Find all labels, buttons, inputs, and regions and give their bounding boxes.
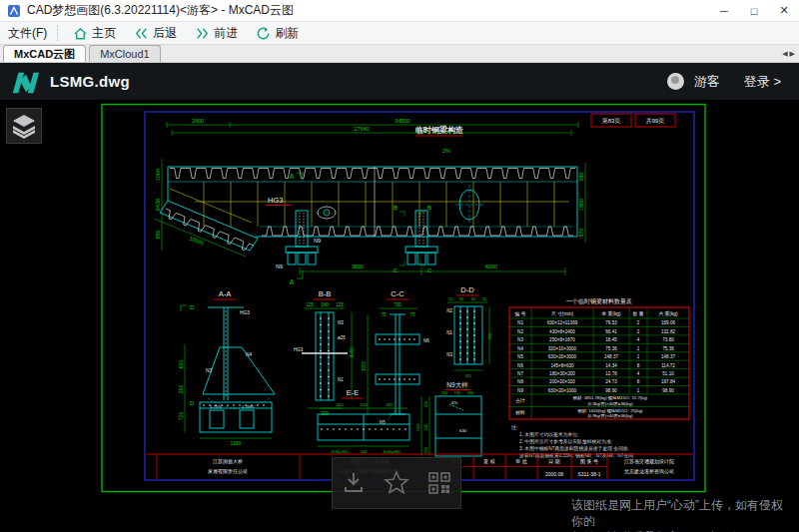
svg-text:125: 125 xyxy=(306,302,314,307)
table-cell: 尺 寸(mm) xyxy=(551,311,574,316)
copyright-disclaimer: 该图纸是网上用户“心动”上传，如有侵权你的 权益，请联系我们客服及时删除。 xyxy=(571,497,793,532)
table-cell: 159.06 xyxy=(661,320,675,325)
table-cell: 2 xyxy=(637,320,640,325)
forward-button[interactable]: 前进 xyxy=(186,22,247,44)
corrugation-path xyxy=(170,169,575,179)
svg-text:420: 420 xyxy=(336,402,344,407)
favorite-star-icon[interactable] xyxy=(383,469,410,497)
cad-drawing-canvas[interactable]: 第83页 共99页 临时钢梁构造 2400 34500 27640 2% xyxy=(100,103,707,494)
svg-text:B: B xyxy=(394,205,398,211)
table-cell: 材料 xyxy=(514,410,525,416)
file-menu[interactable]: 文件(F) xyxy=(0,22,57,44)
mxcad-logo-icon xyxy=(10,67,40,97)
svg-text:N3: N3 xyxy=(206,368,212,373)
svg-text:C-C: C-C xyxy=(391,289,404,298)
table-cell: 630×20×3000 xyxy=(548,354,577,359)
menu-separator xyxy=(57,25,58,41)
table-cell: 编 号 xyxy=(515,311,526,316)
svg-text:75: 75 xyxy=(409,312,415,317)
svg-text:590: 590 xyxy=(578,172,584,181)
table-cell: 75.36 xyxy=(605,346,617,351)
svg-text:125: 125 xyxy=(336,302,344,307)
svg-text:A: A xyxy=(290,173,295,180)
svg-text:200: 200 xyxy=(361,450,367,454)
table-cell: 430×8×2400 xyxy=(549,329,575,334)
table-cell: 51.10 xyxy=(662,371,674,376)
svg-text:10500: 10500 xyxy=(189,235,205,246)
svg-text:发展有限责任公司: 发展有限责任公司 xyxy=(208,468,248,474)
svg-text:250: 250 xyxy=(423,446,428,453)
layers-icon xyxy=(11,113,37,139)
svg-text:250: 250 xyxy=(178,385,184,394)
user-label: 游客 xyxy=(694,73,720,91)
material-table: 一个临时钢梁材料数量表 编 号尺 寸(mm)单 重(kg)数 量共 重(kg)N… xyxy=(509,297,689,419)
maximize-button[interactable]: □ xyxy=(739,0,769,22)
svg-text:ø25: ø25 xyxy=(338,335,346,340)
section-a-a: A-A D D HG3 N4 N3 xyxy=(178,289,275,446)
table-cell: 4 xyxy=(637,337,640,342)
svg-text:N2: N2 xyxy=(446,308,452,313)
svg-text:900: 900 xyxy=(487,332,492,339)
tab-scroll-left-icon[interactable]: ◀ xyxy=(782,50,787,58)
table-cell: 73.80 xyxy=(662,337,674,342)
home-icon xyxy=(73,26,88,41)
svg-text:4×90=360: 4×90=360 xyxy=(331,450,348,454)
svg-text:图 集 号: 图 集 号 xyxy=(580,458,598,465)
section-c-c: C-C 700 75 75 1000 N6 xyxy=(362,289,429,425)
window-title: CAD梦想画图(6.3.20221114)<游客> - MxCAD云图 xyxy=(27,2,294,19)
svg-text:321: 321 xyxy=(465,373,472,378)
svg-text:D-D: D-D xyxy=(460,285,474,294)
table-cell: 630×12×11369 xyxy=(547,320,578,325)
tab-scroll-right-icon[interactable]: ▶ xyxy=(790,50,795,58)
svg-text:1100: 1100 xyxy=(231,440,242,446)
note-lines: 1. 本图尺寸均以毫米为单位;2. 中图所示尺寸参考及以实际放样校对为准;3. … xyxy=(518,431,634,459)
refresh-label: 刷新 xyxy=(275,25,299,42)
corrugation-path xyxy=(166,209,254,251)
svg-text:江苏省交通规划设计院: 江苏省交通规划设计院 xyxy=(624,458,674,465)
tab-mxcad-cloud[interactable]: MxCAD云图 xyxy=(3,45,86,62)
table-cell: 114.72 xyxy=(661,363,675,368)
drawing-title: 临时钢梁构造 xyxy=(415,125,463,135)
download-icon[interactable] xyxy=(341,470,367,496)
svg-text:190: 190 xyxy=(454,390,461,395)
svg-text:100: 100 xyxy=(360,402,368,407)
back-button[interactable]: 后退 xyxy=(125,22,186,44)
table-cell: 1 xyxy=(637,388,640,393)
beam-label: HG3 xyxy=(268,196,283,205)
login-link[interactable]: 登录 > xyxy=(744,73,781,91)
svg-text:N9: N9 xyxy=(314,238,321,244)
layers-button[interactable] xyxy=(6,108,42,144)
bolt-columns xyxy=(320,317,330,397)
page-badge-total: 共99页 xyxy=(646,118,665,124)
material-table-title: 一个临时钢梁材料数量表 xyxy=(566,297,632,305)
tab-bar: MxCAD云图 MxCloud1 ◀ ▶ xyxy=(0,45,799,63)
table-cell: 8 xyxy=(637,379,640,384)
svg-text:190: 190 xyxy=(467,390,474,395)
table-cell: 148.37 xyxy=(604,354,618,359)
table-cell: 14.34 xyxy=(605,363,617,368)
minimize-button[interactable]: ─ xyxy=(709,0,739,22)
bolt-grid xyxy=(459,310,475,360)
svg-text:D: D xyxy=(190,304,195,310)
back-icon xyxy=(134,26,149,41)
table-cell: N5 xyxy=(517,354,523,359)
table-cell: 24.73 xyxy=(605,379,617,384)
svg-text:N4: N4 xyxy=(246,352,252,357)
table-cell: N8 xyxy=(517,379,523,384)
svg-text:75: 75 xyxy=(381,312,387,317)
disclaimer-line-1: 该图纸是网上用户“心动”上传，如有侵权你的 xyxy=(571,497,793,529)
svg-text:1000: 1000 xyxy=(415,422,420,432)
table-cell: N2 xyxy=(517,329,523,334)
tab-mxcloud1[interactable]: MxCloud1 xyxy=(89,45,161,62)
table-cell: 98.90 xyxy=(662,388,674,393)
close-button[interactable]: ✕ xyxy=(769,0,799,22)
svg-text:55: 55 xyxy=(482,296,487,301)
svg-text:630: 630 xyxy=(459,428,467,433)
avatar[interactable] xyxy=(667,73,684,90)
refresh-button[interactable]: 刷新 xyxy=(247,22,308,44)
table-cell: N1 xyxy=(517,320,523,325)
qrcode-icon[interactable] xyxy=(426,470,452,496)
note-line: 2. 中图所示尺寸参考及以实际放样校对为准; xyxy=(519,438,612,445)
svg-text:N9: N9 xyxy=(276,264,283,269)
home-button[interactable]: 主页 xyxy=(64,22,125,44)
